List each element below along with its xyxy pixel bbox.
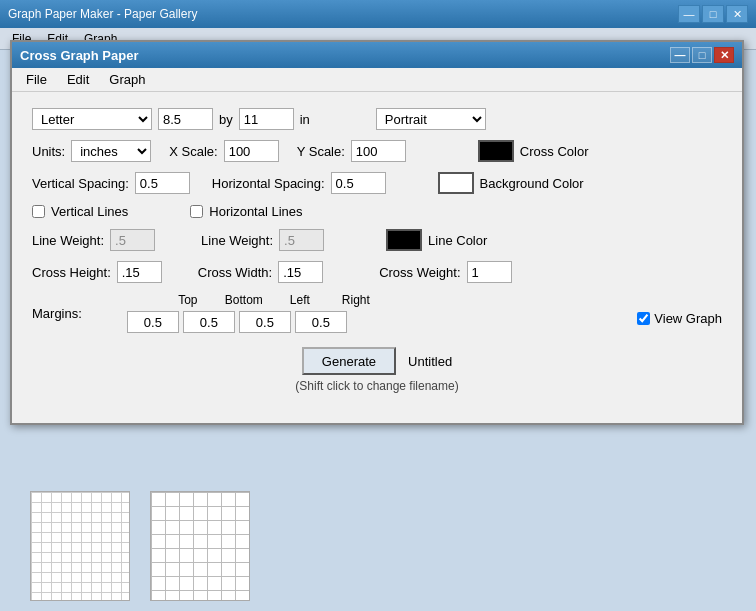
margins-label: Margins: bbox=[32, 306, 82, 321]
view-graph-section: View Graph bbox=[637, 311, 722, 326]
inner-menu-edit[interactable]: Edit bbox=[57, 70, 99, 89]
outer-maximize-button[interactable]: □ bbox=[702, 5, 724, 23]
margin-bottom-input[interactable] bbox=[183, 311, 235, 333]
bottom-header: Bottom bbox=[218, 293, 270, 307]
outer-minimize-button[interactable]: — bbox=[678, 5, 700, 23]
cross-height-label: Cross Height: bbox=[32, 265, 111, 280]
thumbnail-1 bbox=[30, 491, 130, 601]
view-graph-checkbox[interactable] bbox=[637, 312, 650, 325]
units-scale-row: Units: inches cm mm X Scale: Y Scale: Cr… bbox=[32, 140, 722, 162]
inner-titlebar-buttons: — □ ✕ bbox=[670, 47, 734, 63]
cross-height-input[interactable] bbox=[117, 261, 162, 283]
cross-color-label: Cross Color bbox=[520, 144, 589, 159]
cross-weight-input[interactable] bbox=[467, 261, 512, 283]
lines-row: Vertical Lines Horizontal Lines bbox=[32, 204, 722, 219]
spacing-row: Vertical Spacing: Horizontal Spacing: Ba… bbox=[32, 172, 722, 194]
paper-height-input[interactable] bbox=[239, 108, 294, 130]
thumbnail-grid-1 bbox=[31, 492, 129, 600]
inner-minimize-button[interactable]: — bbox=[670, 47, 690, 63]
cross-dims-row: Cross Height: Cross Width: Cross Weight: bbox=[32, 261, 722, 283]
horizontal-lines-checkbox[interactable] bbox=[190, 205, 203, 218]
y-scale-input[interactable] bbox=[351, 140, 406, 162]
outer-window: Graph Paper Maker - Paper Gallery — □ ✕ … bbox=[0, 0, 756, 611]
outer-title: Graph Paper Maker - Paper Gallery bbox=[8, 7, 678, 21]
cross-weight-label: Cross Weight: bbox=[379, 265, 460, 280]
thumbnail-cross-2 bbox=[151, 492, 249, 600]
paper-width-input[interactable] bbox=[158, 108, 213, 130]
inner-maximize-button[interactable]: □ bbox=[692, 47, 712, 63]
vertical-lines-label: Vertical Lines bbox=[51, 204, 128, 219]
units-label: Units: bbox=[32, 144, 65, 159]
x-scale-label: X Scale: bbox=[169, 144, 217, 159]
outer-titlebar-buttons: — □ ✕ bbox=[678, 5, 748, 23]
paper-size-row: Letter Legal A4 Custom by in Portrait La… bbox=[32, 108, 722, 130]
line-weight-label-2: Line Weight: bbox=[201, 233, 273, 248]
inner-menu-file[interactable]: File bbox=[16, 70, 57, 89]
cross-width-input[interactable] bbox=[278, 261, 323, 283]
margins-section: Margins: Top Bottom Left Right bbox=[32, 293, 382, 333]
inner-menu-graph[interactable]: Graph bbox=[99, 70, 155, 89]
horizontal-lines-label: Horizontal Lines bbox=[209, 204, 302, 219]
outer-titlebar: Graph Paper Maker - Paper Gallery — □ ✕ bbox=[0, 0, 756, 28]
top-header: Top bbox=[162, 293, 214, 307]
vertical-spacing-input[interactable] bbox=[135, 172, 190, 194]
margin-values bbox=[127, 311, 347, 333]
units-select[interactable]: inches cm mm bbox=[71, 140, 151, 162]
by-label: by bbox=[219, 112, 233, 127]
form-area: Letter Legal A4 Custom by in Portrait La… bbox=[12, 92, 742, 423]
filename-label: Untitled bbox=[408, 354, 452, 369]
line-color-swatch[interactable] bbox=[386, 229, 422, 251]
horizontal-spacing-label: Horizontal Spacing: bbox=[212, 176, 325, 191]
generate-section: Generate Untitled bbox=[302, 347, 452, 375]
margins-viewgraph-row: Margins: Top Bottom Left Right bbox=[32, 293, 722, 333]
margin-left-input[interactable] bbox=[239, 311, 291, 333]
paper-size-select[interactable]: Letter Legal A4 Custom bbox=[32, 108, 152, 130]
inner-titlebar: Cross Graph Paper — □ ✕ bbox=[12, 42, 742, 68]
outer-close-button[interactable]: ✕ bbox=[726, 5, 748, 23]
margins-inputs: Top Bottom Left Right bbox=[92, 293, 382, 333]
generate-row: Generate Untitled (Shift click to change… bbox=[32, 347, 722, 393]
margins-label-row: Margins: Top Bottom Left Right bbox=[32, 293, 382, 333]
horizontal-spacing-input[interactable] bbox=[331, 172, 386, 194]
shift-hint: (Shift click to change filename) bbox=[295, 379, 458, 393]
x-scale-input[interactable] bbox=[224, 140, 279, 162]
line-weight-label-1: Line Weight: bbox=[32, 233, 104, 248]
line-weight-input-1[interactable] bbox=[110, 229, 155, 251]
y-scale-label: Y Scale: bbox=[297, 144, 345, 159]
view-graph-label: View Graph bbox=[654, 311, 722, 326]
generate-button[interactable]: Generate bbox=[302, 347, 396, 375]
inner-close-button[interactable]: ✕ bbox=[714, 47, 734, 63]
cross-color-swatch[interactable] bbox=[478, 140, 514, 162]
background-color-swatch[interactable] bbox=[438, 172, 474, 194]
margin-top-input[interactable] bbox=[127, 311, 179, 333]
line-color-label: Line Color bbox=[428, 233, 487, 248]
background-color-label: Background Color bbox=[480, 176, 584, 191]
orientation-select[interactable]: Portrait Landscape bbox=[376, 108, 486, 130]
line-weight-row: Line Weight: Line Weight: Line Color bbox=[32, 229, 722, 251]
thumbnail-2 bbox=[150, 491, 250, 601]
cross-width-label: Cross Width: bbox=[198, 265, 272, 280]
vertical-lines-checkbox[interactable] bbox=[32, 205, 45, 218]
left-header: Left bbox=[274, 293, 326, 307]
vertical-spacing-label: Vertical Spacing: bbox=[32, 176, 129, 191]
margin-headers: Top Bottom Left Right bbox=[162, 293, 382, 307]
line-weight-input-2[interactable] bbox=[279, 229, 324, 251]
inner-window: Cross Graph Paper — □ ✕ File Edit Graph … bbox=[10, 40, 744, 425]
inner-title: Cross Graph Paper bbox=[20, 48, 670, 63]
right-header: Right bbox=[330, 293, 382, 307]
in-label: in bbox=[300, 112, 310, 127]
thumbnails bbox=[30, 491, 250, 601]
margin-right-input[interactable] bbox=[295, 311, 347, 333]
inner-menubar: File Edit Graph bbox=[12, 68, 742, 92]
